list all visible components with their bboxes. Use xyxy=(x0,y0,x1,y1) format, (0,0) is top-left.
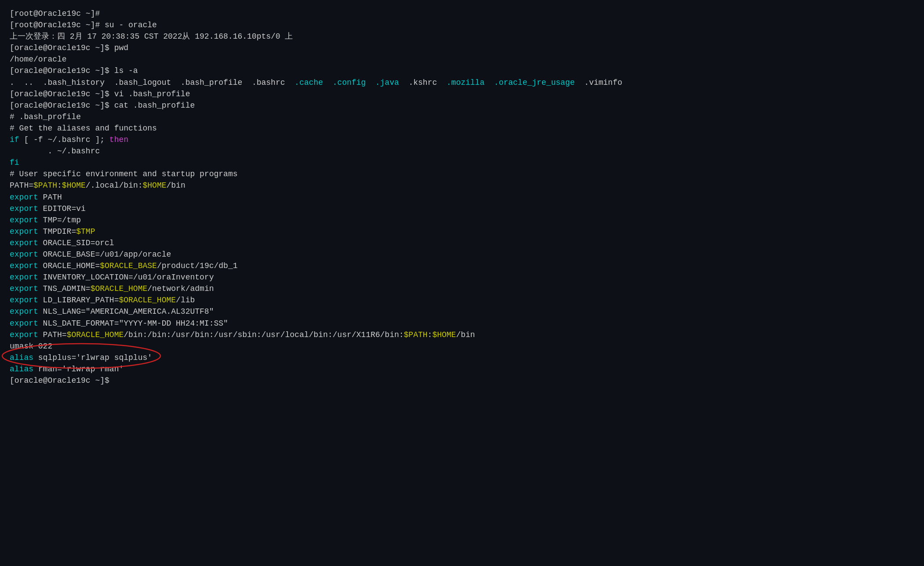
terminal-line: umask 022 xyxy=(10,341,914,352)
terminal-line: export LD_LIBRARY_PATH=$ORACLE_HOME/lib xyxy=(10,294,914,306)
terminal-line: export PATH xyxy=(10,192,914,203)
terminal-line: alias rman='rlwrap rman' xyxy=(10,363,914,375)
terminal-line: [oracle@Oracle19c ~]$ xyxy=(10,375,914,386)
terminal-line: fi xyxy=(10,157,914,168)
terminal-line: 上一次登录：四 2月 17 20:38:35 CST 2022从 192.168… xyxy=(10,31,914,42)
terminal-line: export NLS_DATE_FORMAT="YYYY-MM-DD HH24:… xyxy=(10,318,914,329)
terminal-line: if [ -f ~/.bashrc ]; then xyxy=(10,134,914,145)
terminal-line: export ORACLE_SID=orcl xyxy=(10,237,914,249)
terminal-line: export TMP=/tmp xyxy=(10,214,914,226)
terminal-line: [root@Oracle19c ~]# xyxy=(10,8,914,19)
terminal-line: # Get the aliases and functions xyxy=(10,123,914,134)
terminal-line: export TMPDIR=$TMP xyxy=(10,226,914,237)
terminal-line: [oracle@Oracle19c ~]$ pwd xyxy=(10,42,914,54)
terminal-line: export EDITOR=vi xyxy=(10,203,914,214)
terminal-line: export PATH=$ORACLE_HOME/bin:/bin:/usr/b… xyxy=(10,329,914,341)
terminal-line: alias sqlplus='rlwrap sqlplus' xyxy=(10,352,914,363)
terminal-line: export NLS_LANG="AMERICAN_AMERICA.AL32UT… xyxy=(10,306,914,317)
terminal-line: [oracle@Oracle19c ~]$ ls -a xyxy=(10,65,914,76)
terminal-line: . .. .bash_history .bash_logout .bash_pr… xyxy=(10,77,914,88)
terminal-line: [root@Oracle19c ~]# su - oracle xyxy=(10,19,914,31)
terminal-line: export ORACLE_BASE=/u01/app/oracle xyxy=(10,249,914,260)
terminal-line: # .bash_profile xyxy=(10,111,914,123)
terminal-window: [root@Oracle19c ~]#[root@Oracle19c ~]# s… xyxy=(10,8,914,386)
terminal-line: [oracle@Oracle19c ~]$ vi .bash_profile xyxy=(10,88,914,100)
terminal-line: . ~/.bashrc xyxy=(10,145,914,157)
terminal-line: export ORACLE_HOME=$ORACLE_BASE/product/… xyxy=(10,260,914,272)
terminal-line: export INVENTORY_LOCATION=/u01/oraInvent… xyxy=(10,272,914,283)
terminal-line: export TNS_ADMIN=$ORACLE_HOME/network/ad… xyxy=(10,283,914,294)
terminal-line: [oracle@Oracle19c ~]$ cat .bash_profile xyxy=(10,100,914,111)
terminal-line: /home/oracle xyxy=(10,54,914,65)
terminal-line: # User specific environment and startup … xyxy=(10,168,914,180)
terminal-line: PATH=$PATH:$HOME/.local/bin:$HOME/bin xyxy=(10,180,914,191)
